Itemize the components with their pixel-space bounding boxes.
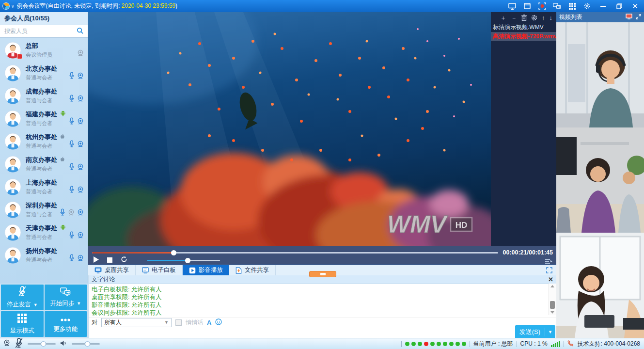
- webcam-icon[interactable]: [77, 254, 84, 264]
- scroll-down-icon[interactable]: [550, 311, 554, 314]
- webcam-icon[interactable]: [77, 95, 84, 104]
- participant-row[interactable]: 北京办事处 普通与会者: [0, 62, 88, 84]
- volume-handle[interactable]: [185, 258, 190, 263]
- webcam-icon[interactable]: [77, 72, 84, 81]
- participant-row[interactable]: 成都办事处 普通与会者: [0, 84, 88, 107]
- mic-icon[interactable]: [69, 117, 75, 127]
- webcam-gray-icon[interactable]: [68, 209, 75, 218]
- mic-icon[interactable]: [60, 208, 65, 218]
- webcam-icon[interactable]: [77, 163, 84, 173]
- restore-button[interactable]: [615, 2, 623, 10]
- chat-scrollbar[interactable]: [549, 284, 556, 315]
- mic-icon[interactable]: [69, 140, 75, 150]
- video-thumb-1[interactable]: [556, 22, 644, 127]
- whisper-label: 悄悄话: [186, 318, 203, 327]
- participant-row[interactable]: 扬州办事处 普通与会者: [0, 244, 88, 267]
- video-thumb-3[interactable]: [556, 233, 644, 338]
- play-button[interactable]: [93, 256, 99, 265]
- playlist-toolbar: ＋－↑↓: [491, 12, 556, 23]
- window-icon[interactable]: [523, 2, 531, 10]
- tab-desktop-share[interactable]: 桌面共享: [88, 265, 136, 275]
- move-down-icon[interactable]: ↓: [550, 15, 553, 20]
- webcam-gray-icon[interactable]: [77, 49, 84, 59]
- window-controls: ✕: [599, 2, 644, 10]
- chevron-down-icon: ▼: [164, 320, 171, 325]
- participant-device-icons: [69, 231, 84, 241]
- screen-share-icon[interactable]: [508, 2, 516, 10]
- expand-icon[interactable]: [636, 14, 641, 21]
- playlist-item[interactable]: 高清演示视频-720P.wmv删除: [491, 32, 556, 41]
- record-icon[interactable]: [538, 2, 546, 10]
- loop-button[interactable]: [121, 256, 127, 265]
- gear-icon[interactable]: [531, 15, 537, 21]
- stop-speaking-button[interactable]: 停止发言▼: [1, 285, 44, 310]
- video-thumb-2[interactable]: [556, 127, 644, 233]
- network-sync-icon[interactable]: [553, 2, 561, 10]
- more-functions-button[interactable]: 更多功能: [45, 311, 87, 337]
- search-icon[interactable]: [77, 27, 84, 36]
- search-input[interactable]: [0, 25, 77, 36]
- tab-label: 文件共享: [245, 266, 269, 274]
- remove-icon[interactable]: －: [511, 15, 517, 20]
- scroll-thumb[interactable]: [550, 301, 555, 309]
- settings-icon[interactable]: [583, 2, 591, 10]
- mic-volume-slider[interactable]: [28, 343, 56, 345]
- participant-row[interactable]: 福建办事处 普通与会者: [0, 107, 88, 130]
- chevron-down-icon[interactable]: ∨: [11, 4, 15, 9]
- mic-icon[interactable]: [69, 186, 75, 195]
- app-logo-icon: [2, 2, 10, 10]
- chat-drawer-handle[interactable]: [309, 271, 336, 277]
- participant-row[interactable]: 总部 会议管理员: [0, 39, 88, 62]
- playlist-item[interactable]: 标清演示视频.WMV: [491, 23, 556, 32]
- mic-icon[interactable]: [69, 163, 75, 173]
- send-options-icon[interactable]: ▼: [545, 330, 555, 334]
- participant-role: 普通与会者: [26, 211, 57, 218]
- webcam-icon[interactable]: [77, 118, 84, 127]
- emoji-icon[interactable]: [215, 318, 222, 327]
- stop-button[interactable]: [107, 256, 112, 265]
- mic-icon[interactable]: [69, 95, 75, 104]
- tab-file-share[interactable]: 文件共享: [229, 265, 276, 275]
- mic-icon[interactable]: [69, 231, 75, 241]
- avatar: [4, 224, 21, 241]
- whisper-checkbox[interactable]: [175, 319, 182, 326]
- broadcast-screen-icon[interactable]: [626, 14, 632, 21]
- chat-close-icon[interactable]: ✕: [548, 276, 553, 283]
- mic-icon[interactable]: [69, 72, 75, 81]
- participant-row[interactable]: 南京办事处 普通与会者: [0, 153, 88, 175]
- seek-handle[interactable]: [171, 250, 176, 255]
- participants-header: 参会人员(10/55): [0, 12, 88, 25]
- mic-icon[interactable]: [69, 254, 75, 264]
- webcam-status-icon[interactable]: [3, 339, 10, 348]
- recipient-select[interactable]: 所有人 ▼: [101, 318, 172, 327]
- seek-bar[interactable]: [92, 252, 498, 254]
- move-up-icon[interactable]: ↑: [542, 15, 545, 20]
- display-mode-button[interactable]: 显示模式: [1, 311, 44, 337]
- participant-name: 南京办事处: [26, 156, 57, 164]
- add-icon[interactable]: ＋: [500, 15, 506, 20]
- close-button[interactable]: ✕: [631, 2, 639, 10]
- volume-slider[interactable]: [147, 260, 220, 261]
- mic-muted-status-icon[interactable]: [15, 338, 23, 349]
- start-sync-button[interactable]: 开始同步▼: [45, 285, 87, 310]
- display-mode-icon[interactable]: [568, 2, 576, 10]
- trash-icon[interactable]: [521, 15, 527, 21]
- main-video-area[interactable]: WMV HD: [88, 12, 491, 246]
- scroll-up-icon[interactable]: [550, 285, 554, 287]
- webcam-icon[interactable]: [77, 141, 84, 150]
- participant-row[interactable]: 深圳办事处 普通与会者: [0, 198, 88, 221]
- font-icon[interactable]: A: [207, 319, 211, 326]
- fullscreen-expand-icon[interactable]: [546, 265, 556, 275]
- minimize-button[interactable]: [599, 2, 607, 10]
- participant-row[interactable]: 上海办事处 普通与会者: [0, 175, 88, 198]
- send-button[interactable]: 发送(S) ▼: [515, 325, 555, 339]
- participant-row[interactable]: 天津办事处 普通与会者: [0, 221, 88, 244]
- tab-media-playback[interactable]: 影音播放: [183, 265, 229, 275]
- webcam-icon[interactable]: [77, 232, 84, 241]
- speaker-volume-slider[interactable]: [72, 343, 100, 345]
- participant-row[interactable]: 杭州办事处 普通与会者: [0, 130, 88, 153]
- webcam-icon[interactable]: [77, 186, 84, 195]
- webcam-icon[interactable]: [77, 209, 84, 218]
- speaker-icon[interactable]: [60, 340, 67, 348]
- tab-whiteboard[interactable]: 电子白板: [136, 265, 183, 275]
